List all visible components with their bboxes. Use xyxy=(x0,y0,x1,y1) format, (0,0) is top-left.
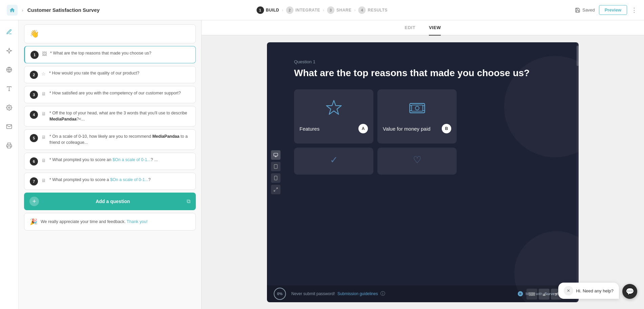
pipeline-step-share[interactable]: 3 SHARE xyxy=(327,6,352,14)
tab-view[interactable]: VIEW xyxy=(429,25,441,36)
tablet-device-btn[interactable] xyxy=(271,162,281,171)
question-item-3[interactable]: 3 🖥 * How satisfied are you with the com… xyxy=(24,86,196,103)
answer-icon-area-b xyxy=(383,96,451,120)
nav-up-arrow[interactable]: ▲ xyxy=(539,289,549,300)
survey-scrollbar[interactable] xyxy=(577,42,579,302)
question-text-4: * Off the top of your head, what are the… xyxy=(49,110,190,122)
sidebar-print-icon[interactable] xyxy=(3,139,15,152)
question-item-5[interactable]: 5 🖥 * On a scale of 0-10, how likely are… xyxy=(24,129,196,150)
question-text-3: * How satisfied are you with the compete… xyxy=(49,90,190,96)
question-icon-6: 🖥 xyxy=(41,158,46,163)
partial-icon-c: ✓ xyxy=(299,154,368,165)
svg-point-4 xyxy=(8,107,10,109)
question-text-7: * What prompted you to score a $On a sca… xyxy=(49,177,190,183)
nav-right: Saved Preview ⋮ xyxy=(575,5,637,15)
step-label-integrate: INTEGRATE xyxy=(295,8,320,13)
partial-card-d[interactable]: ♡ xyxy=(377,148,457,175)
question-item-7[interactable]: 7 🖥 * What prompted you to score a $On a… xyxy=(24,173,196,190)
answer-footer-b: Value for money paid B xyxy=(383,124,451,133)
pipeline-step-results[interactable]: 4 RESULTS xyxy=(358,6,388,14)
saved-button[interactable]: Saved xyxy=(575,7,595,13)
thankyou-emoji: 🎉 xyxy=(30,218,37,225)
step-label-results: RESULTS xyxy=(368,8,388,13)
question-number-7: 7 xyxy=(30,177,38,185)
answer-label-b: Value for money paid xyxy=(383,126,431,132)
question-icon-1: 🖼 xyxy=(42,51,47,57)
mobile-device-btn[interactable] xyxy=(271,173,281,183)
svg-rect-9 xyxy=(274,164,277,169)
question-text-5: * On a scale of 0-10, how likely are you… xyxy=(49,134,190,146)
fullscreen-btn[interactable] xyxy=(271,185,281,194)
chat-open-button[interactable]: 💬 xyxy=(622,284,637,299)
answer-icon-area-a xyxy=(299,96,368,120)
pipeline-step-build[interactable]: 1 BUILD xyxy=(256,6,279,14)
question-number-3: 3 xyxy=(30,91,38,99)
chat-bubble: ✕ Hi. Need any help? xyxy=(558,283,619,299)
chat-close-button[interactable]: ✕ xyxy=(564,286,573,295)
welcome-emoji: 👋 xyxy=(30,29,39,38)
sidebar-globe-icon[interactable] xyxy=(3,64,15,76)
answer-badge-a: A xyxy=(358,124,368,133)
pipeline: 1 BUILD › 2 INTEGRATE › 3 SHARE › 4 RESU… xyxy=(256,6,388,14)
question-item-2[interactable]: 2 ☆ * How would you rate the quality of … xyxy=(24,66,196,83)
question-item-1[interactable]: 1 🖼 * What are the top reasons that made… xyxy=(24,46,196,63)
progress-indicator: 0% xyxy=(274,288,286,300)
partial-card-c[interactable]: ✓ xyxy=(294,148,373,175)
question-number-6: 6 xyxy=(30,157,38,165)
sidebar-pencil-icon[interactable] xyxy=(3,26,15,38)
answer-footer-a: Features A xyxy=(299,124,368,133)
keyboard-icon[interactable]: ⌨ xyxy=(526,289,537,300)
thankyou-text: We really appreciate your time and feedb… xyxy=(41,219,148,224)
survey-container: Question 1 What are the top reasons that… xyxy=(267,42,579,302)
question-icon-5: 🖥 xyxy=(41,134,46,140)
question-number-2: 2 xyxy=(30,71,38,79)
add-question-button[interactable]: + Add a question ⧉ xyxy=(24,193,196,210)
question-number-1: 1 xyxy=(30,51,39,59)
tab-edit[interactable]: EDIT xyxy=(405,25,416,35)
answer-card-b[interactable]: Value for money paid B xyxy=(377,89,457,144)
survey-content: Question 1 What are the top reasons that… xyxy=(267,42,579,285)
answer-badge-b: B xyxy=(442,124,451,133)
step-label-build: BUILD xyxy=(266,8,279,13)
thankyou-card[interactable]: 🎉 We really appreciate your time and fee… xyxy=(24,213,196,230)
sidebar-envelope-icon[interactable] xyxy=(3,120,15,133)
pipeline-step-integrate[interactable]: 2 INTEGRATE xyxy=(286,6,320,14)
pipeline-chevron-2: › xyxy=(323,8,324,13)
saved-label: Saved xyxy=(582,7,595,13)
sidebar-gear-icon[interactable] xyxy=(3,102,15,114)
svg-rect-6 xyxy=(274,153,278,156)
svg-marker-15 xyxy=(326,100,341,114)
question-item-6[interactable]: 6 🖥 * What prompted you to score an $On … xyxy=(24,153,196,170)
chat-widget: ✕ Hi. Need any help? 💬 xyxy=(558,283,637,299)
step-label-share: SHARE xyxy=(336,8,352,13)
svg-line-13 xyxy=(276,188,277,189)
partial-cards: ✓ ♡ xyxy=(294,148,457,175)
question-text-2: * How would you rate the quality of our … xyxy=(49,70,190,76)
breadcrumb-chevron: › xyxy=(22,7,23,13)
answer-label-a: Features xyxy=(299,126,319,132)
sidebar-font-icon[interactable] xyxy=(3,83,15,95)
top-nav: › Customer Satisfaction Survey 1 BUILD ›… xyxy=(0,0,644,20)
svg-rect-5 xyxy=(8,146,11,148)
add-question-label: Add a question xyxy=(42,199,183,204)
question-icon-3: 🖥 xyxy=(41,91,46,96)
pipeline-chevron-1: › xyxy=(282,8,283,13)
survey-frame: Question 1 What are the top reasons that… xyxy=(202,36,644,309)
info-icon: ⓘ xyxy=(380,291,385,296)
question-item-4[interactable]: 4 🖥 * Off the top of your head, what are… xyxy=(24,106,196,127)
survey-question-text: What are the top reasons that made you c… xyxy=(294,67,552,79)
question-number-5: 5 xyxy=(30,134,38,142)
survey-bottom-bar: 0% Never submit password! Submission gui… xyxy=(267,285,579,302)
step-num-4: 4 xyxy=(358,6,366,14)
sidebar-magic-icon[interactable] xyxy=(3,45,15,57)
question-icon-2: ☆ xyxy=(41,71,46,76)
home-button[interactable] xyxy=(7,5,18,16)
desktop-device-btn[interactable] xyxy=(271,150,281,160)
welcome-card[interactable]: 👋 xyxy=(24,24,196,43)
left-sidebar xyxy=(0,20,19,309)
step-num-3: 3 xyxy=(327,6,334,14)
more-options-icon[interactable]: ⋮ xyxy=(631,6,637,14)
preview-area: EDIT VIEW xyxy=(202,20,644,309)
preview-button[interactable]: Preview xyxy=(599,5,627,15)
answer-card-a[interactable]: Features A xyxy=(294,89,373,144)
